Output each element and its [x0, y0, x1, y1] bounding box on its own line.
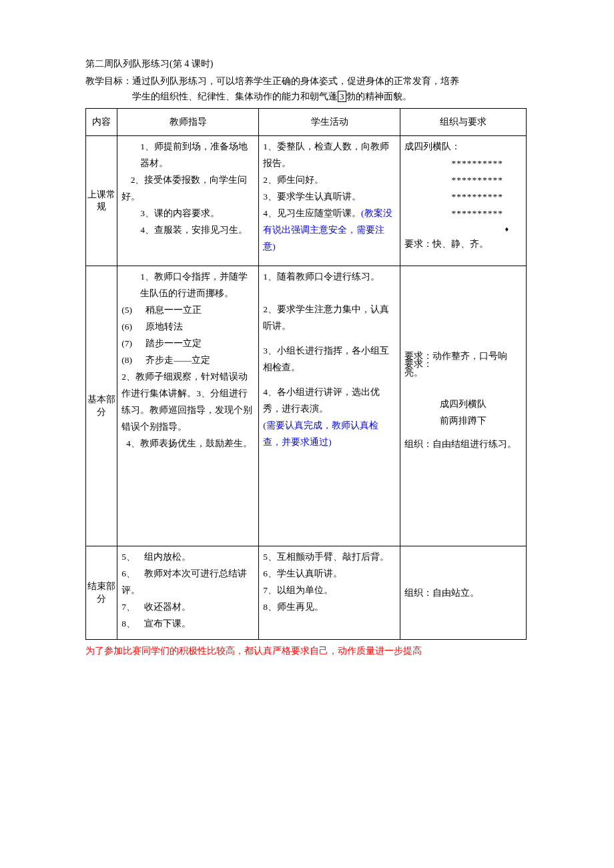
routine-org-stars1: **********: [404, 155, 522, 172]
routine-t-1: 1、师提前到场，准备场地器材。: [121, 139, 254, 172]
basic-t-sub8: (8) 齐步走——立定: [121, 352, 254, 369]
end-t-5: 5、 组内放松。: [121, 549, 254, 566]
basic-s-4: 4、各小组进行讲评，选出优秀，进行表演。: [263, 384, 396, 418]
routine-t-4: 4、查服装，安排见习生。: [121, 222, 254, 239]
routine-student-cell: 1、委整队，检查人数，向教师报告。 2、师生问好。 3、要求学生认真听讲。 4、…: [259, 136, 400, 266]
header-teacher: 教师指导: [117, 109, 259, 136]
goal-line2-post: 勃的精神面貌。: [346, 91, 412, 101]
basic-teacher-cell: 1、教师口令指挥，并随学生队伍的行进而挪移。 (5) 稍息一一立正 (6) 原地…: [117, 266, 259, 546]
routine-s-2: 2、师生问好。: [263, 172, 396, 189]
basic-t-sub5: (5) 稍息一一立正: [121, 302, 254, 319]
routine-t-2: 2、接受体委报数，向学生问好。: [121, 172, 254, 205]
routine-org-stars3: **********: [404, 189, 522, 205]
routine-org-req: 要求：快、静、齐。: [404, 236, 522, 253]
basic-org-l3: 自由结组进行练习。: [432, 436, 517, 453]
routine-label: 上课常规: [86, 136, 117, 266]
routine-t-3: 3、课的内容要求。: [121, 205, 254, 222]
goal-line1: 通过队列队形练习，可以培养学生正确的身体姿式，促进身体的正常发育，培养: [132, 76, 459, 86]
goal-boxed-number: 3: [338, 91, 346, 103]
basic-t-2: 2、教师子细观察，针对错误动作进行集体讲解。3、分组进行练习。教师巡回指导，发现…: [121, 369, 254, 436]
end-teacher-cell: 5、 组内放松。 6、 教师对本次可进行总结讲评。 7、 收还器材。 8、 宣布…: [117, 546, 259, 640]
end-s-8: 8、师生再见。: [263, 599, 396, 616]
end-label: 结束部分: [86, 546, 117, 640]
end-s-7: 7、以组为单位。: [263, 582, 396, 599]
end-row: 结束部分 5、 组内放松。 6、 教师对本次可进行总结讲评。 7、 收还器材。 …: [86, 546, 527, 640]
basic-s-3: 3、小组长进行指挥，各小组互相检查。: [263, 343, 396, 376]
basic-student-cell: 1、随着教师口令进行练习。 2、要求学生注意力集中，认真听讲。 3、小组长进行指…: [259, 266, 400, 546]
basic-t-1: 1、教师口令指挥，并随学生队伍的行进而挪移。: [121, 269, 254, 302]
end-t-6: 6、 教师对本次可进行总结讲评。: [121, 566, 254, 599]
basic-t-4: 4、教师表扬优生，鼓励差生。: [121, 436, 254, 452]
end-t-8: 8、 宣布下课。: [121, 616, 254, 632]
basic-s-blue: (需要认真完成，教师认真检查，并要求通过): [263, 418, 396, 451]
basic-row: 基本部分 1、教师口令指挥，并随学生队伍的行进而挪移。 (5) 稍息一一立正 (…: [86, 266, 527, 546]
routine-s-1: 1、委整队，检查人数，向教师报告。: [263, 139, 396, 172]
basic-label: 基本部分: [86, 266, 117, 546]
basic-org-cell: 要求： 要求：动作整齐，口号响亮。 成四列横队 前两排蹲下 组织： 自由结组进行…: [400, 266, 527, 546]
routine-s-3: 3、要求学生认真听讲。: [263, 189, 396, 205]
routine-org-cell: 成四列横队： ********** ********** ********** …: [400, 136, 527, 266]
end-s-5: 5、互相颤动手臂、敲打后背。: [263, 549, 396, 566]
basic-org-label: 组织：: [404, 436, 432, 453]
diamond-icon: ♦: [404, 222, 522, 236]
routine-org-stars4: **********: [404, 205, 522, 222]
table-header-row: 内容 教师指导 学生活动 组织与要求: [86, 109, 527, 136]
goal-label: 教学目标：: [85, 76, 132, 86]
lesson-plan-table: 内容 教师指导 学生活动 组织与要求 上课常规 1、师提前到场，准备场地器材。 …: [85, 108, 527, 640]
lesson-title: 第二周队列队形练习(第 4 课时): [85, 57, 527, 71]
end-student-cell: 5、互相颤动手臂、敲打后背。 6、学生认真听讲。 7、以组为单位。 8、师生再见…: [259, 546, 400, 640]
routine-org-stars2: **********: [404, 172, 522, 189]
goal-line2-pre: 学生的组织性、纪律性、集体动作的能力和朝气蓬: [132, 91, 338, 101]
end-org-text: 组织：自由站立。: [404, 585, 522, 601]
routine-org-line1: 成四列横队：: [404, 139, 522, 155]
teaching-goal: 教学目标：通过队列队形练习，可以培养学生正确的身体姿式，促进身体的正常发育，培养…: [85, 74, 527, 104]
basic-org-req-text: 要求：动作整齐，口号响亮。: [404, 348, 522, 382]
routine-s-4: 4、见习生应随堂听课。: [263, 208, 361, 218]
header-org: 组织与要求: [400, 109, 527, 136]
basic-org-l1: 成四列横队: [404, 396, 522, 413]
end-s-6: 6、学生认真听讲。: [263, 566, 396, 582]
routine-teacher-cell: 1、师提前到场，准备场地器材。 2、接受体委报数，向学生问好。 3、课的内容要求…: [117, 136, 259, 266]
basic-s-2: 2、要求学生注意力集中，认真听讲。: [263, 302, 396, 335]
basic-t-sub6: (6) 原地转法: [121, 319, 254, 336]
basic-s-1: 1、随着教师口令进行练习。: [263, 269, 396, 286]
header-section: 内容: [86, 109, 117, 136]
footer-note: 为了参加比赛同学们的积极性比较高，都认真严格要求自己，动作质量进一步提高: [85, 644, 527, 659]
header-student: 学生活动: [259, 109, 400, 136]
routine-row: 上课常规 1、师提前到场，准备场地器材。 2、接受体委报数，向学生问好。 3、课…: [86, 136, 527, 266]
basic-org-l2: 前两排蹲下: [404, 413, 522, 430]
end-t-7: 7、 收还器材。: [121, 599, 254, 616]
end-org-cell: 组织：自由站立。: [400, 546, 527, 640]
basic-t-sub7: (7) 踏步一一立定: [121, 336, 254, 352]
